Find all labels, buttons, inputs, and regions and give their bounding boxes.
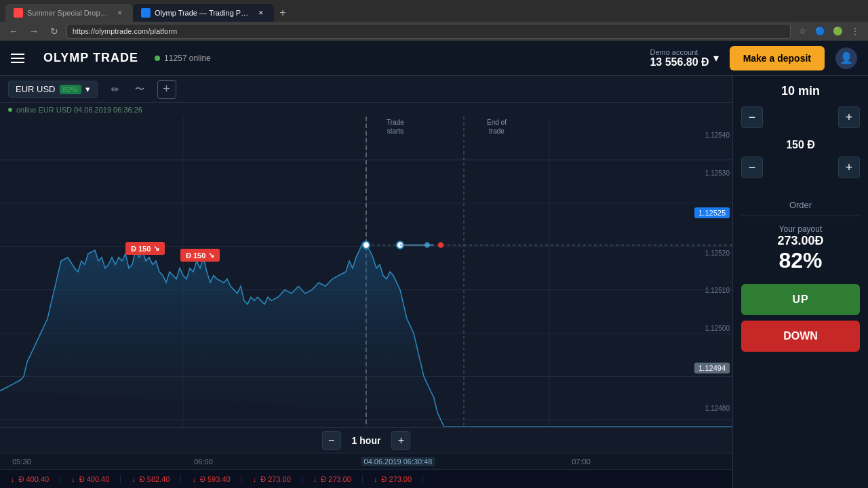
chart-online-dot [8,108,12,112]
trade-marker-1-dir: ↘ [153,244,159,253]
draw-tool-icon[interactable]: ✏ [106,80,125,99]
tab-favicon-1 [14,8,23,18]
user-icon[interactable]: 👤 [835,47,857,69]
ticker-item-4: ↓Đ 593.40 [181,475,241,483]
bottom-ticker: ↓Đ 400.40 ↓Đ 400.40 ↓Đ 582.40 ↓Đ 593.40 … [0,469,732,488]
svg-point-17 [438,242,443,248]
ticker-item-2: ↓Đ 400.40 [60,475,121,483]
bookmark-icon[interactable]: ☆ [795,24,810,39]
account-label: Demo account [650,48,709,56]
trade-marker-1-label: Đ 150 [131,245,151,253]
amount-display: 150 Đ [741,139,860,151]
menu-line-3 [11,62,24,63]
timeframe-label: 1 hour [352,435,381,446]
account-info[interactable]: Demo account 13 556.80 Đ ▾ [650,48,718,68]
address-bar[interactable]: https://olymptrade.com/platform [66,24,791,39]
chart-area: EUR USD 82% ▾ ✏ 〜 + online EUR USD 04.06… [0,76,732,488]
add-indicator-button[interactable]: + [157,80,176,99]
time-controls: − + [741,106,860,128]
price-chart [0,117,732,427]
currency-pair: EUR USD [16,84,56,94]
menu-line-2 [11,58,24,59]
chart-toolbar: EUR USD 82% ▾ ✏ 〜 + [0,76,732,103]
time-plus-button[interactable]: + [838,106,860,128]
time-label-current: 04.06.2019 06:30:48 [361,457,435,466]
down-button[interactable]: DOWN [741,321,860,352]
trade-end-label: End oftrade [487,118,507,136]
payout-label: Your payout [741,224,860,234]
trade-marker-2-label: Đ 150 [186,251,205,260]
chart-online-text: online EUR USD 04.06.2019 06:36:26 [16,106,142,114]
payout-amount: 273.00Đ [741,234,860,248]
more-icon[interactable]: ⋮ [848,24,863,39]
back-button[interactable]: ← [5,23,22,39]
currency-chevron: ▾ [85,84,90,94]
extension-icon-1[interactable]: 🔵 [812,24,827,39]
menu-line-1 [11,54,24,55]
app: OLYMP TRADE 11257 online Demo account 13… [0,41,868,488]
menu-button[interactable] [11,47,33,69]
chart-online-info: online EUR USD 04.06.2019 06:36:26 [0,103,732,117]
trade-marker-2[interactable]: Đ 150 ↘ [180,249,220,262]
time-label-0530: 05:30 [12,458,31,466]
time-label-0700: 07:00 [572,458,591,466]
browser-nav-bar: ← → ↻ https://olymptrade.com/platform ☆ … [0,22,868,41]
online-count: 11257 online [164,54,211,63]
ticker-item-3: ↓Đ 582.40 [121,475,181,483]
payout-pct: 82% [741,248,860,273]
order-label: Order [741,200,860,210]
toolbar-icons: ✏ 〜 [106,80,149,99]
online-dot [155,56,160,61]
ticker-item-7: ↓Đ 273.00 [363,475,423,483]
chart-type-icon[interactable]: 〜 [130,80,149,99]
order-section: Order Your payout 273.00Đ 82% [741,200,860,284]
content: EUR USD 82% ▾ ✏ 〜 + online EUR USD 04.06… [0,76,868,488]
currency-selector[interactable]: EUR USD 82% ▾ [8,81,98,98]
app-logo: OLYMP TRADE [43,51,138,65]
ticker-item-6: ↓Đ 273.00 [302,475,363,483]
ticker-item-1: ↓Đ 400.40 [0,475,60,483]
ticker-item-5: ↓Đ 273.00 [242,475,302,483]
deposit-button[interactable]: Make a deposit [730,46,825,70]
right-panel: 10 min − + 150 Đ − + Order Your payout 2… [732,76,868,488]
app-header: OLYMP TRADE 11257 online Demo account 13… [0,41,868,76]
chart-canvas[interactable]: Đ 150 ↘ Đ 150 ↘ Tradestarts End oftrade [0,117,732,427]
new-tab-button[interactable]: + [274,4,292,22]
tab-label-1: Summer Special Drop G M... [27,9,108,17]
account-balance: 13 556.80 Đ [650,56,709,68]
up-button[interactable]: UP [741,284,860,315]
tab-close-1[interactable]: ✕ [115,8,125,18]
browser-tab-2[interactable]: Olymp Trade — Trading Platf... ✕ [133,4,274,22]
browser-tab-1[interactable]: Summer Special Drop G M... ✕ [5,4,133,22]
tab-close-2[interactable]: ✕ [256,8,266,18]
account-chevron: ▾ [713,52,719,64]
amount-controls: − + [741,157,860,178]
zoom-in-button[interactable]: + [391,431,410,450]
browser-tabs: Summer Special Drop G M... ✕ Olymp Trade… [0,0,868,22]
svg-point-13 [363,241,370,249]
account-details: Demo account 13 556.80 Đ [650,48,709,68]
trade-start-label: Tradestarts [387,118,404,136]
amount-section: 150 Đ − + [741,139,860,189]
trade-marker-1[interactable]: Đ 150 ↘ [125,242,165,255]
order-divider [741,216,860,216]
time-selector: 10 min [741,84,860,98]
extension-icon-2[interactable]: 🟢 [830,24,845,39]
refresh-button[interactable]: ↻ [46,23,62,39]
amount-plus-button[interactable]: + [838,157,860,178]
browser-chrome: Summer Special Drop G M... ✕ Olymp Trade… [0,0,868,41]
tab-label-2: Olymp Trade — Trading Platf... [155,9,250,17]
time-axis: 05:30 06:00 04.06.2019 06:30:48 07:00 [0,453,732,469]
header-right: Demo account 13 556.80 Đ ▾ Make a deposi… [650,46,857,70]
online-status: 11257 online [155,54,211,63]
chart-bottom-controls: − 1 hour + [0,427,732,453]
forward-button[interactable]: → [26,23,42,39]
trade-marker-2-dir: ↘ [208,251,214,260]
browser-nav-icons: ☆ 🔵 🟢 ⋮ [795,24,863,39]
time-label-0600: 06:00 [194,458,213,466]
zoom-out-button[interactable]: − [322,431,341,450]
amount-minus-button[interactable]: − [741,157,763,178]
tab-favicon-2 [141,8,151,18]
pct-badge: 82% [60,85,81,94]
time-minus-button[interactable]: − [741,106,763,128]
